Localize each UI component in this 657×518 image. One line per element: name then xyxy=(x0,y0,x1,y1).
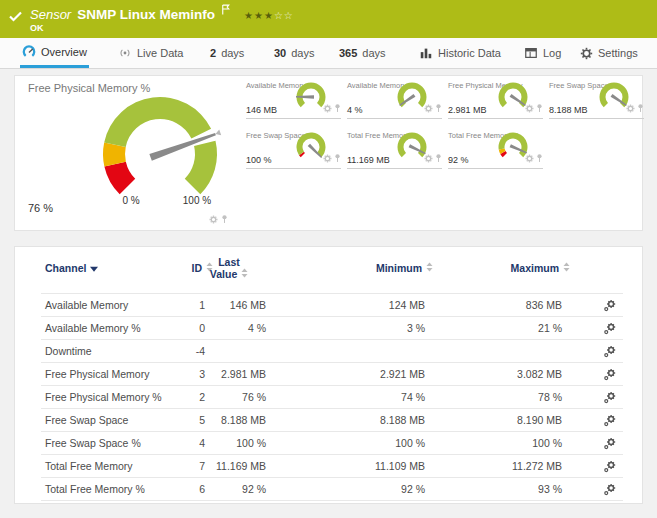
tile-gear-icon[interactable] xyxy=(626,99,635,117)
channel-settings-icon[interactable] xyxy=(599,298,619,312)
channel-table-header: Channel ID Last Value Minimum Maximum xyxy=(41,247,623,293)
cell-minimum: 92 % xyxy=(315,483,425,495)
priority-stars[interactable]: ★★★☆☆ xyxy=(244,10,294,21)
cell-maximum: 78 % xyxy=(452,391,562,403)
cell-maximum: 11.272 MB xyxy=(452,460,562,472)
tab-settings[interactable]: Settings xyxy=(578,38,640,68)
tab-365-days[interactable]: 365 days xyxy=(337,38,388,68)
status-check-icon xyxy=(9,8,22,26)
cell-minimum: 3 % xyxy=(315,322,425,334)
cell-maximum: 93 % xyxy=(452,483,562,495)
tile-pin-icon[interactable] xyxy=(637,99,644,117)
tile-gear-icon[interactable] xyxy=(525,149,534,167)
cell-channel: Free Swap Space % xyxy=(45,437,141,449)
channel-gauge-tile[interactable]: Total Free Memory % 92 % xyxy=(448,129,543,169)
cell-channel: Downtime xyxy=(45,345,92,357)
tab-live-data[interactable]: Live Data xyxy=(116,38,185,68)
tile-pin-icon[interactable] xyxy=(334,149,341,167)
channel-gauge-tile[interactable]: Available Memory % 4 % xyxy=(347,79,442,119)
cell-maximum: 21 % xyxy=(452,322,562,334)
tile-pin-icon[interactable] xyxy=(435,149,442,167)
status-badge: OK xyxy=(30,23,44,33)
tile-pin-icon[interactable] xyxy=(536,99,543,117)
gauge-pin-icon[interactable] xyxy=(221,210,228,228)
tab-30-days[interactable]: 30 days xyxy=(272,38,317,68)
star-filled-icon[interactable]: ★ xyxy=(244,10,254,21)
channel-gauge-tile[interactable]: Free Swap Space % 100 % xyxy=(246,129,341,169)
tab-label: Overview xyxy=(41,46,87,58)
tile-pin-icon[interactable] xyxy=(435,99,442,117)
sensor-header: Sensor SNMP Linux Meminfo ★★★☆☆ OK xyxy=(0,0,657,38)
tile-gear-icon[interactable] xyxy=(424,99,433,117)
tile-value: 4 % xyxy=(347,105,363,115)
star-empty-icon[interactable]: ☆ xyxy=(284,10,294,21)
tab-label: Settings xyxy=(598,47,638,59)
tab-log[interactable]: Log xyxy=(522,38,563,68)
channel-gauge-tile[interactable]: Available Memory 146 MB xyxy=(246,79,341,119)
cell-id: -4 xyxy=(135,345,205,357)
tab-label: days xyxy=(291,47,314,59)
gauge-settings-gear-icon[interactable] xyxy=(209,210,218,228)
tab-historic-data[interactable]: Historic Data xyxy=(417,38,503,68)
channel-gauge-grid: Available Memory 146 MB Available Memory… xyxy=(246,79,642,181)
channel-table-body: Available Memory 1 146 MB 124 MB 836 MB … xyxy=(41,293,623,501)
channel-settings-icon[interactable] xyxy=(599,390,619,404)
channel-settings-icon[interactable] xyxy=(599,459,619,473)
table-row: Total Free Memory 7 11.169 MB 11.109 MB … xyxy=(41,455,623,478)
column-header-minimum[interactable]: Minimum xyxy=(321,262,433,274)
tile-pin-icon[interactable] xyxy=(334,99,341,117)
tab-label: Historic Data xyxy=(438,47,501,59)
cell-channel: Free Physical Memory xyxy=(45,368,149,380)
column-header-last-value[interactable]: Last Value xyxy=(208,256,250,280)
cell-minimum: 100 % xyxy=(315,437,425,449)
tab-label: days xyxy=(362,47,385,59)
channel-settings-icon[interactable] xyxy=(599,367,619,381)
sort-updown-icon xyxy=(563,262,570,274)
tile-gear-icon[interactable] xyxy=(525,99,534,117)
channel-settings-icon[interactable] xyxy=(599,413,619,427)
tile-gear-icon[interactable] xyxy=(323,99,332,117)
cell-maximum: 8.190 MB xyxy=(452,414,562,426)
channel-settings-icon[interactable] xyxy=(599,344,619,358)
object-kind-label: Sensor xyxy=(30,7,71,22)
cell-last-value: 11.169 MB xyxy=(175,460,266,472)
cell-last-value: 146 MB xyxy=(175,299,266,311)
star-filled-icon[interactable]: ★ xyxy=(264,10,274,21)
cell-last-value: 2.981 MB xyxy=(175,368,266,380)
gauge-icon xyxy=(22,45,36,59)
star-empty-icon[interactable]: ☆ xyxy=(274,10,284,21)
broadcast-icon xyxy=(118,46,132,60)
table-row: Free Physical Memory 3 2.981 MB 2.921 MB… xyxy=(41,363,623,386)
star-filled-icon[interactable]: ★ xyxy=(254,10,264,21)
table-row: Free Physical Memory % 2 76 % 74 % 78 % xyxy=(41,386,623,409)
channel-gauge-tile[interactable]: Free Swap Space 8.188 MB xyxy=(549,79,644,119)
tile-pin-icon[interactable] xyxy=(536,149,543,167)
cell-maximum: 836 MB xyxy=(452,299,562,311)
channel-gauge-tile[interactable]: Free Physical Memory 2.981 MB xyxy=(448,79,543,119)
tab-2-days[interactable]: 2 days xyxy=(208,38,246,68)
cell-minimum: 11.109 MB xyxy=(315,460,425,472)
table-row: Available Memory % 0 4 % 3 % 21 % xyxy=(41,317,623,340)
column-header-channel[interactable]: Channel xyxy=(45,262,98,274)
tile-gear-icon[interactable] xyxy=(424,149,433,167)
cell-channel: Available Memory % xyxy=(45,322,141,334)
tab-number: 365 xyxy=(339,47,357,59)
cell-last-value: 4 % xyxy=(175,322,266,334)
channel-settings-icon[interactable] xyxy=(599,321,619,335)
sort-updown-icon xyxy=(426,262,433,274)
channel-gauge-tile[interactable]: Total Free Memory 11.169 MB xyxy=(347,129,442,169)
column-header-id[interactable]: ID xyxy=(125,262,213,274)
cell-last-value: 92 % xyxy=(175,483,266,495)
cell-channel: Available Memory xyxy=(45,299,128,311)
column-header-maximum[interactable]: Maximum xyxy=(458,262,570,274)
channel-settings-icon[interactable] xyxy=(599,436,619,450)
channel-settings-icon[interactable] xyxy=(599,482,619,496)
tab-overview[interactable]: Overview xyxy=(20,38,89,68)
table-row: Free Swap Space % 4 100 % 100 % 100 % xyxy=(41,432,623,455)
flag-icon[interactable] xyxy=(221,1,230,19)
gauge-max-label: 100 % xyxy=(172,195,222,206)
tile-gear-icon[interactable] xyxy=(323,149,332,167)
table-row: Total Free Memory % 6 92 % 92 % 93 % xyxy=(41,478,623,501)
gauge-current-value: 76 % xyxy=(28,202,53,214)
cell-minimum: 2.921 MB xyxy=(315,368,425,380)
